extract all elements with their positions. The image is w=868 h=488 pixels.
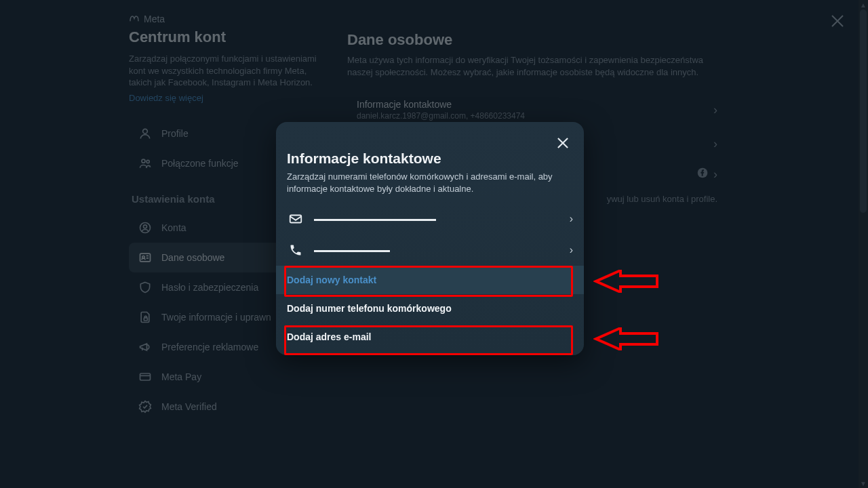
add-new-contact-button[interactable]: Dodaj nowy kontakt xyxy=(276,266,584,294)
phone-icon xyxy=(287,241,304,259)
svg-rect-13 xyxy=(290,216,302,223)
contact-info-modal: Informacje kontaktowe Zarządzaj numerami… xyxy=(276,122,584,355)
modal-title: Informacje kontaktowe xyxy=(276,136,584,171)
modal-desc: Zarządzaj numerami telefonów komórkowych… xyxy=(276,171,584,203)
contact-phone-redacted xyxy=(314,245,570,256)
add-email-button[interactable]: Dodaj adres e-mail xyxy=(276,323,584,351)
add-email-label: Dodaj adres e-mail xyxy=(287,331,372,342)
chevron-right-icon: › xyxy=(570,213,573,225)
add-phone-label: Dodaj numer telefonu komórkowego xyxy=(287,303,452,314)
modal-close-button[interactable] xyxy=(554,134,572,152)
add-phone-button[interactable]: Dodaj numer telefonu komórkowego xyxy=(276,294,584,323)
contact-email-row[interactable]: › xyxy=(276,203,584,235)
add-new-contact-label: Dodaj nowy kontakt xyxy=(287,274,376,285)
contact-email-redacted xyxy=(314,214,570,224)
contact-phone-row[interactable]: › xyxy=(276,235,584,266)
chevron-right-icon: › xyxy=(570,244,573,256)
mail-icon xyxy=(287,210,304,228)
